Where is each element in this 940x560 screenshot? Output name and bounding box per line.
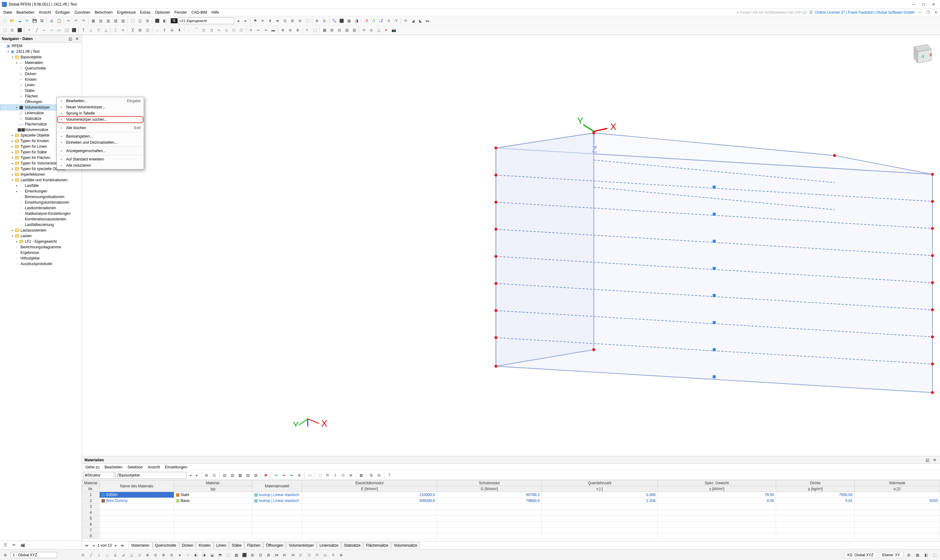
tb2-aj[interactable]: ⊕ (279, 27, 286, 34)
tree-einwirkungen[interactable]: ▸▫Einwirkungen (0, 188, 82, 194)
menu-extras[interactable]: Extras (138, 9, 153, 15)
tb2-al[interactable]: ⊗ (294, 27, 301, 34)
tree-lastf-lle[interactable]: ▸▫Lastfälle (0, 183, 82, 188)
tb-icon-k[interactable]: ⚑ (252, 17, 258, 24)
tree-querschnitte[interactable]: ⌶Querschnitte (0, 66, 82, 71)
ptb-r[interactable]: ▦ (358, 472, 365, 478)
ptb-b[interactable]: ⊡ (211, 472, 218, 478)
tb2-w[interactable]: ⬇ (176, 27, 183, 34)
tb2-p[interactable]: ≡ (120, 27, 126, 34)
tree-rfem[interactable]: ▣RFEM (0, 43, 82, 49)
ctx-neuer-volumenk-rper-[interactable]: ▫Neuer Volumenkörper... (57, 104, 143, 110)
status-tail-c[interactable]: ◧ (923, 552, 929, 558)
ptb-s[interactable]: ⊞ (368, 472, 375, 478)
tree-lastf-lle-und-kombinationen[interactable]: ▾Lastfälle und Kombinationen (0, 177, 82, 183)
coord-system-combo[interactable]: 1 - Global XYZ (11, 552, 57, 558)
snap-icon-31[interactable]: ≡ (330, 552, 337, 558)
tb-icon-r[interactable]: ⬚ (304, 17, 311, 24)
snap-icon-11[interactable]: ⊘ (168, 552, 175, 558)
undo-icon[interactable]: ↶ (73, 17, 80, 24)
pmenu-ansicht[interactable]: Ansicht (146, 465, 162, 470)
ptb-p[interactable]: ∅ (340, 472, 346, 478)
tb2-a[interactable]: ⬚ (1, 27, 8, 34)
tb2-o[interactable]: ⌶ (112, 27, 119, 34)
panel-close-icon[interactable]: ✕ (74, 36, 80, 42)
tree-materialien[interactable]: ▸▱Materialien (0, 60, 82, 66)
tb2-v[interactable]: ⇊ (169, 27, 175, 34)
redo-icon[interactable]: ↷ (80, 17, 87, 24)
save-all-icon[interactable]: 🖫 (38, 17, 45, 24)
snap-icon-28[interactable]: ⊐ (305, 552, 312, 558)
snap-icon-7[interactable]: ◇ (136, 552, 143, 558)
snap-icon-2[interactable]: ⊥ (95, 552, 102, 558)
tb2-g[interactable]: ▱ (48, 27, 55, 34)
status-tail-d[interactable]: ⬚ (931, 552, 938, 558)
tree-basisobjekte[interactable]: ▾Basisobjekte (0, 54, 82, 60)
ptb-c[interactable]: ▤ (221, 472, 228, 478)
tb2-at[interactable]: ⟲ (360, 27, 367, 34)
panel-close-icon-2[interactable]: ✕ (932, 457, 937, 463)
menu-hilfe[interactable]: Hilfe (209, 9, 221, 15)
tb2-aw[interactable]: ✕ (383, 27, 389, 34)
table-tab-stabsätze[interactable]: Stabsätze (341, 542, 363, 549)
tb2-as[interactable]: ▥ (351, 27, 358, 34)
ctx-alle-reduzieren[interactable]: ▫Alle reduzieren (57, 162, 143, 169)
pager-first[interactable]: ⏮ (84, 543, 89, 548)
table-tab-materialien[interactable]: Materialien (129, 542, 152, 549)
table-tab-volumensätze[interactable]: Volumensätze (391, 542, 420, 549)
tb2-i[interactable]: ⬜ (63, 27, 70, 34)
snap-icon-10[interactable]: ⊗ (160, 552, 167, 558)
minimize-secondary-button[interactable]: — (917, 10, 923, 15)
tb2-q[interactable]: ╳ (129, 27, 136, 34)
tb2-m[interactable]: ▽ (95, 27, 102, 34)
tb-icon-a[interactable]: ▦ (90, 17, 97, 24)
ptb-q[interactable]: ⊗ (348, 472, 354, 478)
tb2-x[interactable]: ⟋ (186, 27, 192, 34)
menu-datei[interactable]: Datei (1, 9, 14, 15)
ctx-bearbeiten-[interactable]: ▫Bearbeiten...Eingabe (57, 98, 143, 104)
viewport-3d[interactable]: X Y Z (82, 35, 940, 456)
snap-icon-20[interactable]: ⬛ (241, 552, 248, 558)
next-table-button[interactable]: ▸ (194, 472, 200, 478)
table-tab-querschnitte[interactable]: Querschnitte (152, 542, 179, 549)
ptb-h[interactable]: ➜ (272, 472, 279, 478)
save-icon[interactable]: 💾 (31, 17, 38, 24)
snap-icon-1[interactable]: ╱ (88, 552, 94, 558)
axis-neg-x-icon[interactable]: -X (385, 17, 392, 24)
snap-icon-13[interactable]: ○ (185, 552, 191, 558)
snap-icon-6[interactable]: △ (128, 552, 135, 558)
snap-icon-22[interactable]: ⊟ (257, 552, 264, 558)
tb-icon-s[interactable]: ⊕ (314, 17, 320, 24)
ctx-einheiten-und-dezimalstellen-[interactable]: ▫Einheiten und Dezimalstellen... (57, 139, 143, 146)
tree-hilfsobjekte[interactable]: ▫Hilfsobjekte (0, 255, 82, 261)
tb-icon-u[interactable]: 🔍 (331, 17, 337, 24)
ctx-anzeigeeigenschaften-[interactable]: ▫Anzeigeeigenschaften... (57, 148, 143, 154)
tb-icon-j[interactable]: ◧ (161, 17, 168, 24)
menu-ergebnisse[interactable]: Ergebnisse (115, 9, 138, 15)
snap-icon-26[interactable]: ⋊ (289, 552, 296, 558)
tb-icon-h[interactable]: ⊞ (144, 17, 151, 24)
tb-icon-y[interactable]: ⟲ (402, 17, 409, 24)
license-menu-icon[interactable]: ☰ (809, 10, 813, 15)
tb-icon-g[interactable]: ◱ (137, 17, 143, 24)
struktur-combo[interactable]: ⊞ Struktur (83, 472, 114, 478)
snap-icon-32[interactable]: ≣ (338, 552, 345, 558)
tb2-ag[interactable]: ═ (255, 27, 262, 34)
tb2-ao[interactable]: ▦ (321, 27, 328, 34)
tb2-h[interactable]: ▭ (55, 27, 62, 34)
ctx-basisangaben-[interactable]: ▫Basisangaben... (57, 133, 143, 139)
tb2-l[interactable]: ⊥ (88, 27, 94, 34)
pmenu-gehe zu[interactable]: Gehe zu (83, 465, 102, 470)
snap-icon-19[interactable]: ▦ (233, 552, 240, 558)
table-row[interactable]: 4 (82, 510, 940, 515)
menu-fenster[interactable]: Fenster (172, 9, 189, 15)
tree-statikanalyse-einstellungen[interactable]: ▫Statikanalyse-Einstellungen (0, 211, 82, 216)
table-tab-liniensätze[interactable]: Liniensätze (317, 542, 341, 549)
tb2-ax[interactable]: 📷 (390, 27, 397, 34)
tb2-s[interactable]: ◫ (144, 27, 151, 34)
pmenu-bearbeiten[interactable]: Bearbeiten (102, 465, 125, 470)
tb2-af[interactable]: ≡ (248, 27, 254, 34)
tb2-ah[interactable]: ━ (262, 27, 269, 34)
pager-next[interactable]: ▸ (113, 543, 118, 548)
ptb-j[interactable]: ⬅ (288, 472, 295, 478)
